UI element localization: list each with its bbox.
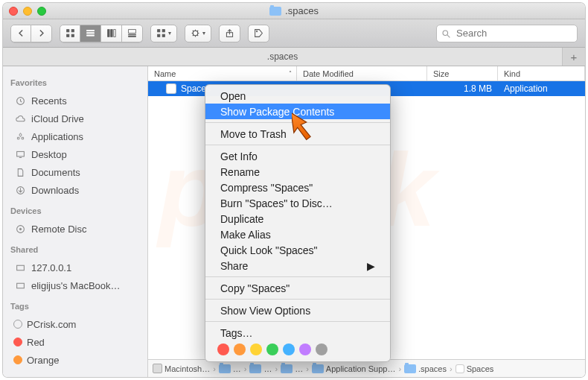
sidebar-tag-orange[interactable]: Orange <box>3 351 147 369</box>
ctx-rename[interactable]: Rename <box>205 164 390 180</box>
ctx-quick-look[interactable]: Quick Look "Spaces" <box>205 242 390 258</box>
ctx-view-options[interactable]: Show View Options <box>205 303 390 318</box>
tab-bar: .spaces + <box>3 48 585 66</box>
svg-point-19 <box>256 31 258 32</box>
column-header-name[interactable]: Name˄ <box>148 66 297 80</box>
svg-rect-9 <box>114 30 115 37</box>
sidebar-item-icloud[interactable]: iCloud Drive <box>3 110 147 127</box>
path-item-appsupport[interactable]: Application Supp… <box>312 364 396 373</box>
menu-separator <box>205 145 390 145</box>
sidebar-item-remote-disc[interactable]: Remote Disc <box>3 220 147 238</box>
annotation-arrow-icon <box>292 109 327 142</box>
tag-dot-icon <box>13 338 22 346</box>
sidebar-item-host-127[interactable]: 127.0.0.1 <box>3 259 147 276</box>
svg-rect-22 <box>16 151 24 156</box>
sidebar-tag-red[interactable]: Red <box>3 333 147 351</box>
sidebar-tag-pcrisk[interactable]: PCrisk.com <box>3 315 147 333</box>
folder-icon <box>269 7 281 16</box>
ctx-burn[interactable]: Burn "Spaces" to Disc… <box>205 195 390 211</box>
sidebar-heading-shared: Shared <box>3 241 147 259</box>
folder-icon <box>404 364 416 373</box>
sidebar-item-downloads[interactable]: Downloads <box>3 181 147 199</box>
svg-point-17 <box>193 31 198 36</box>
new-tab-button[interactable]: + <box>563 48 585 66</box>
folder-icon <box>312 364 324 373</box>
sidebar-item-documents[interactable]: Documents <box>3 163 147 181</box>
tag-color-yellow[interactable] <box>250 343 262 355</box>
chevron-right-icon: › <box>213 364 216 373</box>
ctx-duplicate[interactable]: Duplicate <box>205 211 390 227</box>
ctx-tags-label: Tags… <box>205 325 390 341</box>
folder-icon <box>219 364 231 373</box>
back-button[interactable] <box>10 25 31 42</box>
tag-dot-icon <box>13 355 22 364</box>
tag-color-red[interactable] <box>217 343 229 355</box>
svg-rect-15 <box>158 34 160 37</box>
path-item-disk[interactable]: Macintosh… <box>153 364 210 373</box>
svg-rect-5 <box>87 33 95 34</box>
tag-color-purple[interactable] <box>299 343 311 355</box>
app-icon <box>456 364 464 373</box>
sidebar-heading-tags: Tags <box>3 297 147 315</box>
column-header-size[interactable]: Size <box>427 66 498 80</box>
share-button[interactable] <box>219 25 240 42</box>
column-headers: Name˄ Date Modified Size Kind <box>148 66 585 81</box>
search-input[interactable] <box>436 25 578 42</box>
ctx-share[interactable]: Share▶ <box>205 258 390 273</box>
column-view-button[interactable] <box>101 25 122 42</box>
sidebar-item-applications[interactable]: Applications <box>3 127 147 145</box>
chevron-right-icon: › <box>275 364 278 373</box>
sidebar-item-recents[interactable]: Recents <box>3 92 147 110</box>
list-view-button[interactable] <box>80 25 101 42</box>
path-item-spaces-folder[interactable]: .spaces <box>404 364 447 373</box>
ctx-get-info[interactable]: Get Info <box>205 148 390 164</box>
column-header-kind[interactable]: Kind <box>498 66 585 80</box>
ctx-compress[interactable]: Compress "Spaces" <box>205 180 390 195</box>
svg-rect-8 <box>111 30 112 37</box>
tab-spaces[interactable]: .spaces <box>3 48 563 66</box>
forward-button[interactable] <box>31 25 52 42</box>
cloud-icon <box>13 113 27 124</box>
toolbar: ▾ ▾ <box>3 19 585 48</box>
svg-rect-14 <box>162 30 164 32</box>
minimize-window-button[interactable] <box>23 7 32 16</box>
path-item-spaces-app[interactable]: Spaces <box>456 364 494 373</box>
svg-rect-6 <box>87 35 95 36</box>
path-item[interactable]: … <box>281 364 303 373</box>
svg-rect-12 <box>129 37 136 37</box>
coverflow-view-button[interactable] <box>122 25 143 42</box>
svg-rect-11 <box>129 34 136 35</box>
svg-point-20 <box>443 31 448 36</box>
tag-color-green[interactable] <box>266 343 278 355</box>
ctx-open[interactable]: Open <box>205 88 390 104</box>
tags-button[interactable] <box>248 25 269 42</box>
tag-color-gray[interactable] <box>316 343 327 355</box>
tag-color-blue[interactable] <box>283 343 295 355</box>
chevron-right-icon: › <box>398 364 401 373</box>
tag-color-orange[interactable] <box>234 343 246 355</box>
path-item[interactable]: … <box>219 364 241 373</box>
svg-rect-4 <box>87 30 95 31</box>
svg-rect-13 <box>158 30 160 32</box>
svg-rect-7 <box>108 30 109 37</box>
arrange-menu[interactable]: ▾ <box>150 25 177 42</box>
action-menu[interactable]: ▾ <box>185 25 211 42</box>
icon-view-button[interactable] <box>60 25 80 42</box>
zoom-window-button[interactable] <box>37 7 46 16</box>
close-window-button[interactable] <box>9 7 18 16</box>
ctx-copy[interactable]: Copy "Spaces" <box>205 280 390 296</box>
disk-icon <box>153 364 162 373</box>
nav-buttons <box>10 25 52 42</box>
app-icon <box>166 83 176 94</box>
path-item[interactable]: … <box>249 364 272 373</box>
search-field[interactable] <box>436 25 578 42</box>
view-switcher <box>60 25 143 42</box>
ctx-make-alias[interactable]: Make Alias <box>205 227 390 242</box>
sidebar-item-host-macbook[interactable]: eligijus's MacBook… <box>3 276 147 294</box>
sidebar-item-desktop[interactable]: Desktop <box>3 145 147 163</box>
folder-icon <box>249 364 261 373</box>
downloads-icon <box>13 184 27 196</box>
file-size: 1.8 MB <box>427 81 498 96</box>
column-header-date[interactable]: Date Modified <box>297 66 427 80</box>
clock-icon <box>13 95 27 107</box>
